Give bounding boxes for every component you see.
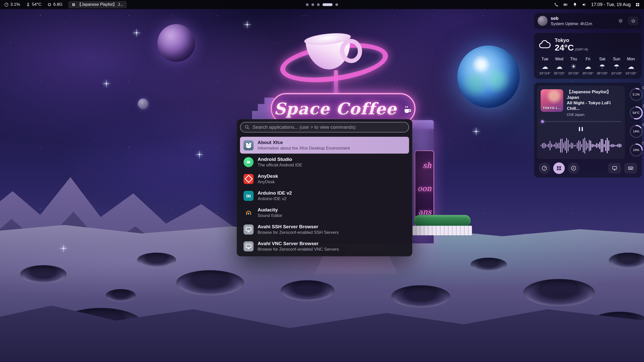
waveform-bar: [544, 143, 544, 149]
waveform-bar: [574, 145, 575, 147]
app-desc: Arduino IDE v2: [258, 196, 292, 201]
avahi-monitor-icon: [244, 241, 254, 251]
star-sparkle: [199, 154, 200, 155]
cpu-value: 3.1%: [10, 2, 20, 7]
waveform-bar: [559, 143, 559, 149]
waveform-bar: [596, 143, 597, 148]
cpu-metric: 3.1%: [4, 2, 20, 7]
system-tray: 17:09 - Tue, 19 Aug: [554, 2, 644, 7]
waveform-bar: [542, 143, 543, 148]
workspace-dot[interactable]: [317, 3, 320, 6]
chip-icon: [47, 2, 52, 7]
star-sparkle: [106, 83, 107, 84]
waveform-bar: [610, 145, 611, 147]
app-name: Arduino IDE v2: [258, 190, 292, 196]
user-name: seb: [551, 16, 592, 21]
waveform-bar: [620, 144, 621, 147]
waveform-bar: [566, 138, 567, 153]
user-card: seb System Uptime: 4h11m: [534, 13, 642, 29]
clock[interactable]: 17:09 - Tue, 19 Aug: [591, 2, 631, 7]
topbar-metrics: 3.1% 54°C 6.8G 【Japanese Playlist】 J...: [0, 1, 127, 8]
waveform-bar: [547, 145, 547, 147]
app-row-anydesk[interactable]: AnyDesk AnyDesk: [240, 170, 409, 187]
app-name: AnyDesk: [258, 173, 278, 179]
waveform-bar: [548, 144, 549, 148]
waveform-bar: [611, 144, 612, 147]
phone-icon[interactable]: [554, 2, 559, 7]
search-input[interactable]: [252, 124, 405, 130]
waveform-bar: [599, 142, 600, 149]
app-row-about-xfce[interactable]: About Xfce Information about the Xfce De…: [240, 137, 409, 154]
app-name: Audacity: [258, 207, 282, 213]
app-list: About Xfce Information about the Xfce De…: [240, 137, 409, 255]
battery-icon[interactable]: [563, 2, 568, 7]
waveform-bar: [584, 138, 585, 154]
app-row-audacity[interactable]: Audacity Sound Editor: [240, 204, 409, 221]
performance-button[interactable]: [539, 162, 550, 174]
settings-button[interactable]: [616, 17, 626, 25]
app-name: Android Studio: [258, 156, 302, 162]
forecast-day: Wed☁35°/25°: [552, 57, 566, 75]
waveform-bar: [569, 144, 570, 147]
star-sparkle: [136, 32, 137, 33]
waveform-bar: [583, 139, 584, 152]
purple-planet: [157, 24, 195, 62]
app-desc: Browse for Zeroconf-enabled SSH Servers: [258, 230, 339, 235]
power-button[interactable]: [628, 17, 638, 25]
waveform-bar: [619, 144, 620, 148]
launcher-search[interactable]: [240, 122, 409, 132]
now-playing-pill[interactable]: 【Japanese Playlist】 J...: [68, 1, 127, 8]
waveform-bar: [545, 144, 546, 148]
pause-button[interactable]: [576, 125, 585, 133]
app-grid-icon[interactable]: [635, 2, 640, 7]
cloud-icon: [538, 38, 551, 51]
keyboard-button[interactable]: [624, 163, 637, 173]
display-button[interactable]: [608, 163, 621, 173]
weather-icon: ☁: [581, 63, 595, 70]
workspace-dot[interactable]: [335, 3, 338, 6]
media-card: TOKYO L... 【Japanese Playlist】 Japan All…: [537, 86, 625, 159]
media-progress[interactable]: [541, 120, 621, 123]
system-gauges: 3.1% 54°C 14% 24%: [628, 86, 644, 159]
planet-earth: [457, 46, 520, 108]
app-row-avahi-vnc[interactable]: Avahi VNC Server Browser Browse for Zero…: [240, 238, 409, 255]
compass-button[interactable]: [568, 162, 579, 174]
app-name: Avahi VNC Server Browser: [258, 241, 339, 247]
weather-icon: ☁: [538, 63, 552, 70]
audio-waveform: [541, 136, 621, 155]
album-label: TOKYO L...: [541, 106, 563, 110]
monitor-icon: [612, 165, 618, 171]
temperature-value: 54°C: [32, 2, 42, 7]
notifications-bell-icon[interactable]: [573, 2, 577, 7]
weather-icon: ☀: [567, 63, 580, 70]
anydesk-icon: [244, 174, 254, 184]
cpu-icon: [641, 86, 644, 90]
weather-city: Tokyo: [555, 37, 588, 43]
audacity-icon: [244, 208, 254, 218]
user-avatar: [538, 16, 548, 26]
app-row-avahi-ssh[interactable]: Avahi SSH Server Browser Browse for Zero…: [240, 221, 409, 238]
weather-card: Tokyo 24°C(GMT+9) Tue☁33°/24° Wed☁35°/25…: [534, 33, 642, 79]
workspace-dot[interactable]: [311, 3, 314, 6]
waveform-bar: [571, 143, 572, 149]
thermometer-icon: [641, 104, 644, 108]
workspace-active[interactable]: [323, 3, 333, 6]
forecast-day: Thu☀33°/26°: [567, 57, 580, 75]
waveform-bar: [554, 144, 555, 147]
workspace-dot[interactable]: [306, 3, 309, 6]
temperature-gauge: 54°C: [628, 105, 644, 121]
waveform-bar: [577, 143, 578, 149]
small-moon: [138, 99, 148, 109]
progress-thumb[interactable]: [541, 120, 544, 123]
now-playing-text: 【Japanese Playlist】 J...: [77, 2, 123, 7]
app-row-android-studio[interactable]: Android Studio The official Android IDE: [240, 154, 409, 170]
android-studio-icon: [244, 157, 254, 167]
apps-button[interactable]: [553, 162, 565, 174]
weather-icon: ☂: [610, 63, 623, 70]
app-row-arduino[interactable]: ∞ Arduino IDE v2 Arduino IDE v2: [240, 187, 409, 204]
waveform-bar: [553, 145, 553, 147]
waveform-bar: [613, 144, 614, 147]
waveform-bar: [590, 141, 591, 150]
star-sparkle: [63, 248, 64, 249]
volume-icon[interactable]: [582, 2, 587, 7]
